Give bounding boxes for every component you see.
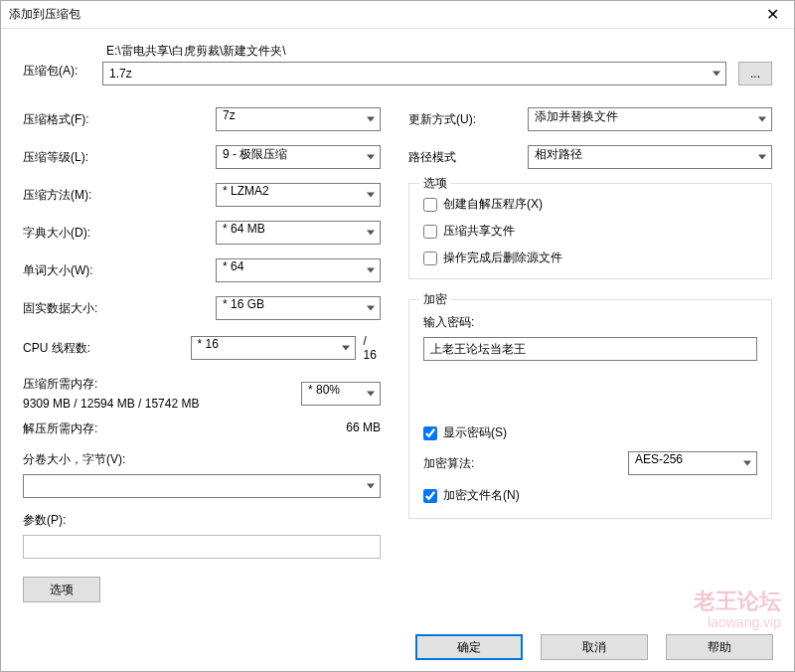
word-label: 单词大小(W): bbox=[23, 262, 216, 279]
help-button[interactable]: 帮助 bbox=[666, 634, 773, 660]
method-select[interactable]: * LZMA2 bbox=[216, 183, 381, 207]
level-select[interactable]: 9 - 极限压缩 bbox=[216, 145, 381, 169]
solid-label: 固实数据大小: bbox=[23, 300, 216, 317]
enc-legend: 加密 bbox=[419, 291, 451, 308]
close-button[interactable]: ✕ bbox=[750, 1, 794, 29]
solid-select[interactable]: * 16 GB bbox=[216, 296, 381, 320]
level-label: 压缩等级(L): bbox=[23, 149, 216, 166]
memd-label: 解压所需内存: bbox=[23, 420, 346, 437]
delete-label: 操作完成后删除源文件 bbox=[443, 250, 562, 266]
threads-total: / 16 bbox=[364, 334, 381, 362]
params-label: 参数(P): bbox=[23, 512, 381, 529]
format-label: 压缩格式(F): bbox=[23, 111, 216, 128]
params-input[interactable] bbox=[23, 535, 381, 559]
shared-checkbox[interactable] bbox=[423, 225, 437, 239]
shared-label: 压缩共享文件 bbox=[443, 223, 515, 240]
password-input[interactable] bbox=[423, 337, 757, 361]
memd-value: 66 MB bbox=[346, 420, 381, 437]
pathmode-label: 路径模式 bbox=[408, 149, 528, 166]
dict-select[interactable]: * 64 MB bbox=[216, 221, 381, 245]
pathmode-select[interactable]: 相对路径 bbox=[528, 145, 772, 169]
delete-checkbox[interactable] bbox=[423, 252, 437, 265]
algo-label: 加密算法: bbox=[423, 455, 628, 472]
memc-label: 压缩所需内存: bbox=[23, 376, 199, 393]
encrypt-names-checkbox[interactable] bbox=[423, 489, 437, 503]
encrypt-names-label: 加密文件名(N) bbox=[443, 487, 520, 504]
options-button[interactable]: 选项 bbox=[23, 577, 100, 602]
sfx-label: 创建自解压程序(X) bbox=[443, 196, 543, 213]
archive-path: E:\雷电共享\白虎剪裁\新建文件夹\ bbox=[102, 43, 726, 60]
ok-button[interactable]: 确定 bbox=[415, 634, 523, 660]
split-combo[interactable] bbox=[23, 474, 381, 498]
memc-detail: 9309 MB / 12594 MB / 15742 MB bbox=[23, 397, 199, 411]
browse-button[interactable]: ... bbox=[738, 62, 772, 85]
options-legend: 选项 bbox=[419, 175, 451, 192]
show-password-label: 显示密码(S) bbox=[443, 424, 507, 441]
threads-label: CPU 线程数: bbox=[23, 340, 191, 357]
window-title: 添加到压缩包 bbox=[9, 6, 750, 23]
split-label: 分卷大小，字节(V): bbox=[23, 451, 381, 468]
dict-label: 字典大小(D): bbox=[23, 225, 216, 242]
password-label: 输入密码: bbox=[423, 314, 757, 331]
algo-select[interactable]: AES-256 bbox=[628, 451, 757, 475]
archive-file-combo[interactable] bbox=[102, 62, 726, 85]
threads-select[interactable]: * 16 bbox=[191, 336, 356, 360]
format-select[interactable]: 7z bbox=[216, 107, 381, 131]
cancel-button[interactable]: 取消 bbox=[541, 634, 648, 660]
memc-pct-select[interactable]: * 80% bbox=[301, 382, 381, 406]
sfx-checkbox[interactable] bbox=[423, 198, 437, 212]
update-label: 更新方式(U): bbox=[408, 111, 528, 128]
show-password-checkbox[interactable] bbox=[423, 426, 437, 440]
archive-label: 压缩包(A): bbox=[23, 63, 90, 85]
update-select[interactable]: 添加并替换文件 bbox=[528, 107, 772, 131]
method-label: 压缩方法(M): bbox=[23, 187, 216, 204]
word-select[interactable]: * 64 bbox=[216, 258, 381, 282]
